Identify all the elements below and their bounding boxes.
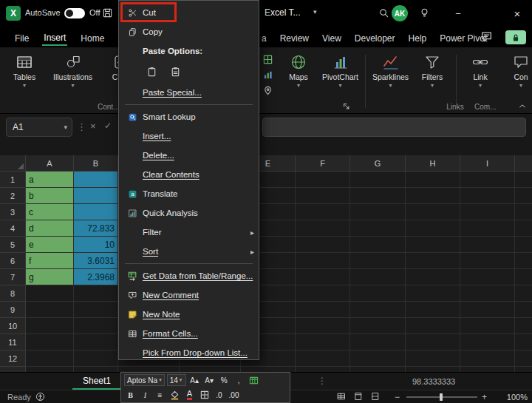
ribbon-button-maps[interactable]: Maps▾ [282, 53, 316, 88]
save-icon[interactable] [102, 7, 113, 18]
cell-F10[interactable] [296, 318, 350, 334]
cell-H3[interactable] [406, 204, 460, 220]
row-header-7[interactable]: 7 [0, 269, 26, 285]
comments-icon[interactable] [480, 30, 493, 43]
cell-G1[interactable] [350, 172, 406, 188]
ribbon-button-filters[interactable]: Filters▾ [415, 53, 449, 88]
name-box[interactable]: A1 ▾ [6, 118, 72, 137]
column-header-B[interactable]: B [74, 155, 118, 172]
row-header-6[interactable]: 6 [0, 253, 26, 269]
cell-F2[interactable] [296, 188, 350, 204]
row-header-3[interactable]: 3 [0, 204, 26, 220]
cell-F11[interactable] [296, 334, 350, 350]
cell-F8[interactable] [296, 285, 350, 302]
row-header-9[interactable]: 9 [0, 302, 26, 318]
cell-A12[interactable] [26, 350, 74, 367]
cell-F13[interactable] [296, 367, 350, 372]
cell[interactable] [515, 318, 532, 334]
cell-I9[interactable] [460, 302, 515, 318]
paste-values-button[interactable] [166, 64, 184, 80]
font-name-select[interactable]: Aptos Na▾ [124, 374, 165, 386]
page-layout-view-icon[interactable] [354, 392, 363, 401]
cell-A9[interactable] [26, 302, 74, 318]
cell-H8[interactable] [406, 285, 460, 302]
cell-I11[interactable] [460, 334, 515, 350]
cell-G13[interactable] [350, 367, 406, 372]
cell[interactable] [515, 220, 532, 237]
shrink-font-button[interactable]: A▾ [203, 374, 216, 387]
autosave-toggle[interactable] [64, 8, 85, 18]
select-all-corner[interactable] [0, 155, 26, 172]
cell-G9[interactable] [350, 302, 406, 318]
cell-A7[interactable]: g [26, 269, 74, 285]
tab-review[interactable]: Review [279, 29, 310, 45]
cell-H10[interactable] [406, 318, 460, 334]
cell-I2[interactable] [460, 188, 515, 204]
paste-button[interactable] [143, 64, 160, 80]
cell-I4[interactable] [460, 220, 515, 237]
cell-B8[interactable] [74, 285, 118, 302]
row-header-4[interactable]: 4 [0, 220, 26, 237]
zoom-level[interactable]: 100% [507, 393, 528, 402]
menu-item-delete[interactable]: Delete... [119, 146, 259, 165]
cell-H1[interactable] [406, 172, 460, 188]
accessibility-icon[interactable] [35, 392, 45, 402]
bold-button[interactable]: B [124, 389, 137, 402]
column-header-H[interactable]: H [406, 155, 460, 172]
sheet-tab-sheet1[interactable]: Sheet1 [72, 373, 121, 390]
cell[interactable] [515, 285, 532, 302]
cell[interactable] [515, 204, 532, 220]
font-color-button[interactable]: A [183, 389, 196, 402]
cell-F6[interactable] [296, 253, 350, 269]
menu-item-insert[interactable]: Insert... [119, 126, 259, 146]
small-chart-icon[interactable] [263, 70, 273, 80]
cell-G7[interactable] [350, 269, 406, 285]
ribbon-button-illustrations[interactable]: Illustrations▾ [53, 53, 92, 88]
tab-bar-overflow[interactable]: ⋮ [318, 376, 327, 386]
cell-I7[interactable] [460, 269, 515, 285]
cell-F4[interactable] [296, 220, 350, 237]
avatar[interactable]: AK [392, 5, 408, 21]
row-header-5[interactable]: 5 [0, 237, 26, 253]
ribbon-button-con[interactable]: Con▾ [504, 53, 532, 88]
cell-C13[interactable] [118, 367, 180, 372]
chevron-down-icon[interactable]: ▾ [313, 8, 317, 16]
lightbulb-icon[interactable] [419, 7, 430, 18]
page-break-view-icon[interactable] [371, 392, 380, 401]
column-header[interactable] [515, 155, 532, 172]
share-button[interactable] [505, 30, 526, 44]
cell-A8[interactable] [26, 285, 74, 302]
cell-H2[interactable] [406, 188, 460, 204]
cell-B12[interactable] [74, 350, 118, 367]
cell-G5[interactable] [350, 237, 406, 253]
cell-B2[interactable] [74, 188, 118, 204]
menu-item-new-comment[interactable]: New Comment [119, 285, 259, 305]
tab-home[interactable]: Home [79, 29, 106, 45]
row-header-1[interactable]: 1 [0, 172, 26, 188]
cell-I1[interactable] [460, 172, 515, 188]
menu-item-pick-from-drop-down-list[interactable]: Pick From Drop-down List... [119, 343, 259, 360]
cell-B9[interactable] [74, 302, 118, 318]
cell-I12[interactable] [460, 350, 515, 367]
cell-E13[interactable] [241, 367, 296, 372]
workbook-title[interactable]: Excel T... [265, 7, 300, 18]
cell-B7[interactable]: 2.3968 [74, 269, 118, 285]
cell-I6[interactable] [460, 253, 515, 269]
fill-color-button[interactable] [168, 389, 181, 402]
minimize-button[interactable]: − [446, 3, 470, 24]
italic-button[interactable]: I [139, 389, 151, 402]
row-header-12[interactable]: 12 [0, 350, 26, 367]
cell-B10[interactable] [74, 318, 118, 334]
dialog-launcher-icon[interactable] [343, 103, 350, 110]
tab-view[interactable]: View [321, 29, 343, 45]
cell[interactable] [515, 334, 532, 350]
percent-style-button[interactable]: % [218, 374, 231, 387]
tab-a[interactable]: a [260, 29, 268, 45]
row-header-10[interactable]: 10 [0, 318, 26, 334]
cell-A3[interactable]: c [26, 204, 74, 220]
cell[interactable] [515, 253, 532, 269]
cell-G12[interactable] [350, 350, 406, 367]
cell-A4[interactable]: d [26, 220, 74, 237]
comma-style-button[interactable]: , [233, 374, 245, 387]
cell-A2[interactable]: b [26, 188, 74, 204]
